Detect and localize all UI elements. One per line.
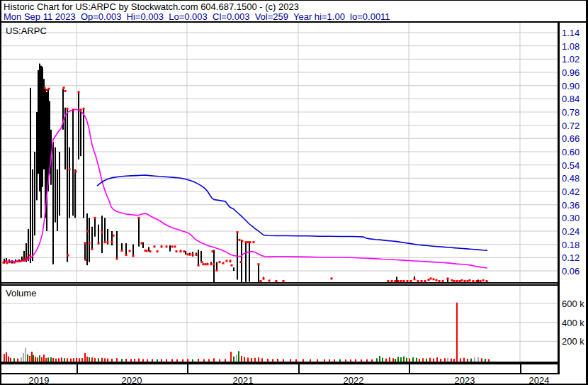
close-dot (180, 250, 182, 252)
hilo-bar (169, 245, 171, 251)
volume-label: Volume (6, 289, 36, 298)
volume-bar (86, 357, 88, 362)
close-dot (428, 279, 430, 281)
close-dot (230, 260, 232, 262)
close-dot (9, 261, 11, 263)
close-dot (63, 87, 65, 89)
hilo-bar (32, 169, 33, 261)
hilo-bar (40, 66, 42, 218)
close-dot (141, 242, 143, 245)
volume-panel-bottom-border (1, 362, 560, 364)
price-tick-label: 0.24 (562, 227, 579, 236)
volume-bar (403, 357, 405, 362)
close-dot (13, 262, 16, 264)
hilo-bar (84, 242, 86, 260)
close-dot (247, 241, 249, 243)
close-dot (331, 277, 333, 279)
price-panel-bottom-border (1, 282, 560, 284)
hilo-bar (74, 169, 76, 218)
close-dot (27, 257, 29, 259)
volume-tick-label: 400 k (562, 318, 584, 328)
close-dot (138, 217, 140, 219)
price-tick-label: 0.30 (562, 213, 579, 223)
close-dot (258, 263, 260, 265)
close-dot (3, 262, 5, 264)
volume-bar (43, 355, 45, 362)
hilo-bar (98, 225, 99, 245)
close-dot (207, 263, 209, 265)
symbol-label: US:ARPC (6, 26, 47, 35)
close-dot (433, 278, 435, 280)
hilo-bar (38, 70, 39, 174)
price-tick-label: 0.18 (562, 240, 579, 250)
volume-bar (6, 352, 7, 362)
hilo-bar (249, 242, 250, 282)
close-dot (129, 250, 131, 252)
hilo-bar (138, 218, 140, 246)
close-dot (98, 242, 100, 245)
hilo-bar (198, 250, 199, 265)
close-dot (212, 250, 214, 252)
volume-bar (35, 357, 36, 362)
hilo-bar (52, 142, 54, 264)
close-dot (237, 231, 239, 233)
close-dot (64, 90, 67, 92)
hilo-bar (83, 108, 84, 218)
price-tick-label: 0.96 (562, 68, 579, 77)
close-dot (20, 260, 22, 262)
close-dot (239, 239, 241, 241)
hilo-bar (233, 267, 234, 271)
hilo-bar (78, 91, 79, 159)
hilo-bar (36, 112, 38, 200)
close-dot (451, 279, 453, 281)
close-dot (113, 235, 115, 237)
price-tick-label: 0.66 (562, 134, 579, 143)
close-dot (85, 259, 87, 261)
hilo-bar (46, 92, 47, 231)
close-dot (242, 240, 244, 242)
volume-bar (23, 353, 24, 362)
outer-border-left (0, 0, 1, 385)
close-dot (198, 264, 200, 267)
volume-bar (31, 352, 33, 362)
hilo-bar (72, 110, 74, 216)
volume-bar (238, 351, 239, 362)
price-tick-label: 0.48 (562, 174, 579, 183)
close-dot (436, 279, 438, 281)
close-dot (249, 241, 251, 243)
close-dot (245, 241, 247, 243)
close-dot (253, 241, 255, 243)
volume-bar (241, 356, 242, 362)
hilo-bar (57, 169, 58, 231)
hilo-bar (69, 147, 70, 218)
close-dot (166, 245, 168, 247)
close-dot (132, 255, 135, 257)
close-dot (46, 89, 48, 91)
volume-bar (397, 357, 399, 362)
volume-bar (244, 357, 245, 362)
tick-band-bottom-border (1, 373, 560, 374)
hilo-bar (55, 147, 56, 223)
hilo-bar (42, 67, 43, 187)
close-dot (94, 217, 96, 219)
close-dot (222, 262, 225, 264)
hilo-bar (30, 88, 31, 263)
close-dot (189, 254, 191, 256)
ma-long-line (97, 175, 487, 250)
close-dot (91, 248, 94, 250)
close-dot (78, 91, 80, 94)
hilo-bar (125, 243, 127, 255)
close-dot (219, 261, 221, 263)
hilo-bar (34, 152, 35, 235)
quote-summary-line: Mon Sep 11 2023 Op=0.003 Hi=0.003 Lo=0.0… (4, 12, 390, 21)
close-dot (414, 278, 416, 280)
close-dot (111, 241, 113, 243)
hilo-bar (43, 79, 45, 169)
close-dot (226, 260, 228, 262)
close-dot (104, 241, 106, 243)
close-dot (216, 269, 218, 272)
close-dot (187, 253, 189, 255)
hilo-bar (59, 152, 60, 216)
volume-bar (33, 355, 34, 362)
close-dot (17, 260, 19, 262)
